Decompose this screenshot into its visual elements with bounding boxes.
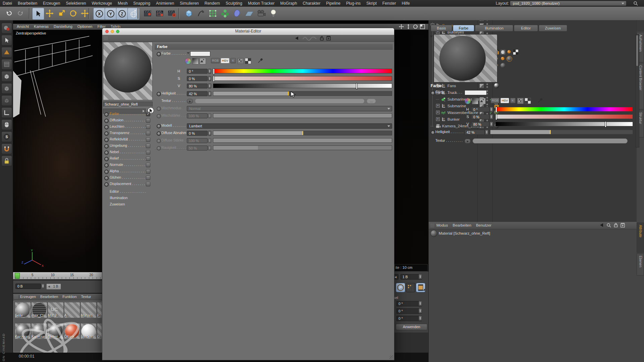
channel-checkbox-gl-hen[interactable] bbox=[146, 176, 150, 180]
swatch-arrow-icon[interactable] bbox=[187, 52, 190, 54]
new-panel-icon[interactable] bbox=[326, 36, 331, 41]
slider-handle[interactable] bbox=[550, 130, 551, 134]
me-gradient-icon[interactable] bbox=[192, 58, 199, 64]
menu-item-mograph[interactable]: MoGraph bbox=[280, 0, 297, 7]
render-view-icon[interactable] bbox=[142, 8, 154, 19]
am-menu-modus[interactable]: Modus bbox=[436, 222, 448, 229]
tree-row[interactable]: Submarine Instanz✓ bbox=[429, 96, 637, 103]
am-hsv-value-field[interactable]: 80 % bbox=[471, 122, 489, 127]
panel-icon[interactable] bbox=[1, 59, 12, 70]
enable-radio[interactable] bbox=[104, 144, 109, 148]
rotate-view-icon[interactable] bbox=[413, 24, 418, 29]
magnet-icon[interactable] bbox=[1, 143, 12, 154]
attribute-material-preview[interactable] bbox=[434, 34, 497, 82]
subdivision-surface-icon[interactable] bbox=[207, 8, 219, 19]
am-mixer-icon[interactable] bbox=[517, 98, 524, 104]
coordinate-field[interactable]: 0 ° bbox=[396, 308, 422, 314]
frame-spinner[interactable] bbox=[41, 284, 45, 289]
hsv-sat-bar[interactable] bbox=[213, 76, 392, 81]
material-tag-icon[interactable] bbox=[507, 56, 512, 61]
enable-radio[interactable] bbox=[104, 119, 109, 123]
texture-expand-button[interactable] bbox=[187, 99, 193, 104]
bar-marker[interactable] bbox=[495, 107, 497, 113]
coordinate-spinner[interactable] bbox=[419, 308, 422, 313]
tree-row[interactable]: +0Fans bbox=[429, 82, 637, 89]
tree-expander-plus[interactable]: + bbox=[436, 111, 440, 114]
me-mode-rgb[interactable]: RGB bbox=[211, 58, 220, 63]
me-color-wheel-icon[interactable] bbox=[185, 58, 191, 64]
enable-radio[interactable] bbox=[157, 114, 161, 118]
checker-tag-icon[interactable] bbox=[513, 50, 518, 55]
texture-browse-button[interactable]: ... bbox=[367, 99, 376, 104]
dolly-view-icon[interactable] bbox=[406, 24, 411, 29]
bar-marker[interactable] bbox=[495, 114, 497, 120]
filmstrip-button[interactable] bbox=[416, 283, 425, 292]
matman-menu-erzeugen[interactable]: Erzeugen bbox=[20, 294, 36, 300]
am-color-swatch[interactable] bbox=[465, 90, 487, 95]
render-region-icon[interactable] bbox=[154, 8, 166, 19]
dots-grid-button[interactable] bbox=[406, 283, 415, 292]
matman-menu-funktion[interactable]: Funktion bbox=[62, 294, 76, 300]
tree-item-label[interactable]: Bunker bbox=[447, 116, 460, 123]
side-tab-attribute[interactable]: Attribute bbox=[637, 223, 644, 253]
material-tag-icon[interactable] bbox=[500, 63, 505, 68]
phong-tag-icon[interactable] bbox=[500, 50, 505, 55]
am-helligkeit-field[interactable]: 42 % bbox=[465, 130, 485, 135]
me-eyedropper-icon[interactable] bbox=[258, 58, 263, 63]
undo-icon[interactable] bbox=[3, 8, 14, 19]
range-field[interactable]: 1 B bbox=[400, 274, 422, 280]
viewport-menu-kameras[interactable]: Kameras bbox=[34, 24, 49, 29]
pointer-icon[interactable] bbox=[1, 35, 12, 46]
tree-expander-plus[interactable]: + bbox=[436, 117, 440, 121]
visibility-dot-render[interactable] bbox=[486, 100, 488, 101]
am-mode-rgb[interactable]: RGB bbox=[491, 98, 499, 103]
viewport-menu-ansicht[interactable]: Ansicht bbox=[17, 24, 29, 29]
ball-tag-icon[interactable] bbox=[500, 56, 505, 61]
material-editor-window[interactable]: Material-Editor Schwarz_ohne_Refl Farbe bbox=[102, 28, 394, 360]
tab-farbe[interactable]: Farbe bbox=[453, 25, 474, 32]
am-eyedropper-icon[interactable] bbox=[537, 98, 543, 103]
visibility-dot-editor[interactable] bbox=[486, 104, 488, 105]
menu-item-charakter[interactable]: Charakter bbox=[303, 0, 321, 7]
enable-radio[interactable] bbox=[157, 131, 161, 136]
am-hsv-sat-bar[interactable] bbox=[495, 114, 633, 119]
channel-checkbox-displacement[interactable] bbox=[146, 182, 150, 186]
me-mode-hsv[interactable]: HSV bbox=[221, 58, 229, 63]
floor-icon[interactable] bbox=[244, 8, 255, 19]
tab-illumination[interactable]: Illumination bbox=[475, 25, 513, 32]
solo-sphere-icon[interactable]: S bbox=[1, 131, 12, 142]
enable-radio[interactable] bbox=[104, 163, 109, 168]
toggle-active-view-icon[interactable] bbox=[420, 24, 425, 29]
me-mode-k[interactable]: K bbox=[230, 58, 236, 63]
value-spinner[interactable] bbox=[208, 76, 211, 81]
value-spinner[interactable] bbox=[208, 138, 211, 143]
light-icon[interactable] bbox=[268, 8, 279, 19]
layout-dropdown[interactable]: psd_1920_1080 (Benutzer) bbox=[510, 1, 627, 6]
lock-icon[interactable] bbox=[1, 156, 12, 166]
coordinate-spinner[interactable] bbox=[419, 301, 422, 306]
enable-radio[interactable] bbox=[104, 182, 109, 187]
axis-x-icon[interactable]: X bbox=[93, 8, 105, 20]
redo-icon[interactable] bbox=[15, 8, 27, 19]
apply-button[interactable]: Anwenden bbox=[396, 324, 427, 330]
menu-item-mesh[interactable]: Mesh bbox=[118, 0, 127, 7]
channel-checkbox-normale[interactable] bbox=[146, 163, 150, 167]
cube-mid-icon[interactable] bbox=[1, 83, 12, 94]
enable-radio[interactable] bbox=[104, 131, 109, 136]
scale-icon[interactable] bbox=[56, 8, 67, 19]
attribute-scrollbar[interactable] bbox=[636, 34, 639, 147]
channel-checkbox-transparenz[interactable] bbox=[146, 131, 150, 135]
p-mode-button[interactable]: P bbox=[396, 283, 405, 292]
am-hsv-value-field[interactable]: 0 ° bbox=[471, 107, 489, 112]
channel-checkbox-relief[interactable] bbox=[146, 157, 150, 161]
hsv-value-field[interactable]: 0 ° bbox=[187, 69, 208, 74]
hsv-val-bar[interactable] bbox=[213, 83, 392, 88]
tree-expander-plus[interactable]: + bbox=[436, 104, 440, 108]
slider-handle[interactable] bbox=[302, 131, 303, 135]
coordinate-spinner[interactable] bbox=[419, 316, 422, 321]
ruler-icon[interactable] bbox=[1, 107, 12, 118]
channel-checkbox-diffusion[interactable] bbox=[146, 118, 150, 123]
resize-corner[interactable] bbox=[389, 355, 393, 359]
menu-item-datei[interactable]: Datei bbox=[3, 0, 12, 7]
menu-item-rendern[interactable]: Rendern bbox=[205, 0, 220, 7]
